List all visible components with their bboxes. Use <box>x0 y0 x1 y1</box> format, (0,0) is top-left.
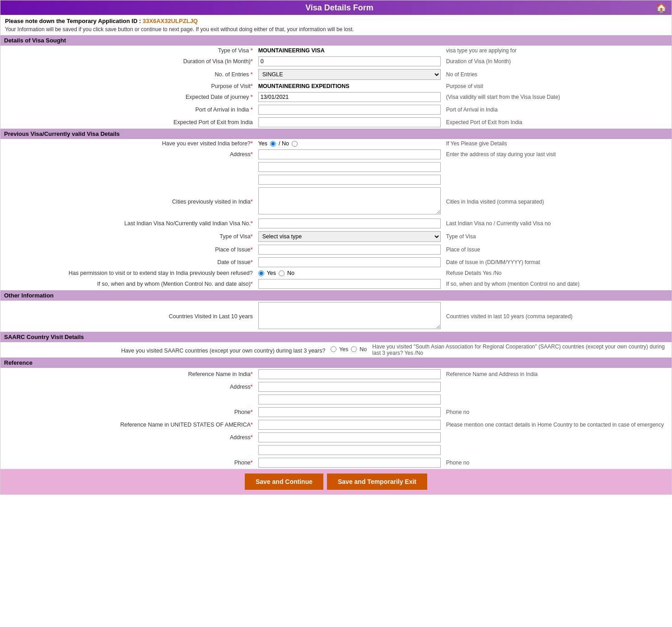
required-star: * <box>251 259 253 265</box>
input-cell-ref-address-india-1 <box>256 381 443 393</box>
input-cell-countries-visited <box>256 301 443 332</box>
prev-visa-table: Have you ever visited India before?* Yes… <box>0 139 672 290</box>
label-refused-details: If so, when and by whom (Mention Control… <box>0 278 256 290</box>
required-star: * <box>251 199 253 205</box>
label-cities: Cities previously visited in India* <box>0 186 256 217</box>
row-duration: Duration of Visa (In Month)* Duration of… <box>0 55 672 68</box>
row-expected-date: Expected Date of journey * (Visa validit… <box>0 91 672 103</box>
label-ref-address-india-2 <box>0 393 256 406</box>
type-of-visa-value: MOUNTAINEERING VISA <box>258 47 325 54</box>
hint-ref-address-india-2 <box>443 393 672 406</box>
date-issue-input[interactable] <box>258 257 441 267</box>
countries-visited-textarea[interactable] <box>258 302 441 329</box>
ref-phone-india-input[interactable] <box>258 407 441 417</box>
port-arrival-input[interactable] <box>258 105 441 115</box>
ref-phone-usa-input[interactable] <box>258 458 441 468</box>
row-countries-visited: Countries Visited in Last 10 years Count… <box>0 301 672 332</box>
label-duration: Duration of Visa (In Month)* <box>0 55 256 68</box>
label-address: Address* <box>0 148 256 161</box>
row-ref-name-india: Reference Name in India* Reference Name … <box>0 368 672 381</box>
hint-refused-details: If so, when and by whom (mention Control… <box>443 278 672 290</box>
value-purpose: MOUNTAINEERING EXPEDITIONS <box>256 81 443 91</box>
hint-purpose: Purpose of visit <box>443 81 672 91</box>
ref-address-usa-line1-input[interactable] <box>258 432 441 442</box>
saarc-yes-radio[interactable] <box>331 346 336 352</box>
save-continue-button[interactable]: Save and Continue <box>245 474 323 490</box>
info-text: Your Information will be saved if you cl… <box>0 25 672 35</box>
input-cell-date-issue <box>256 256 443 269</box>
row-visa-type-prev: Type of Visa* Select visa type Tourist B… <box>0 230 672 243</box>
refused-details-input[interactable] <box>258 279 441 289</box>
row-ref-address-usa-1: Address* <box>0 431 672 444</box>
refused-no-radio[interactable] <box>279 270 285 276</box>
input-cell-visited-before: Yes / No <box>256 139 443 148</box>
refused-yes-radio[interactable] <box>258 270 264 276</box>
ref-name-usa-input[interactable] <box>258 420 441 430</box>
visa-type-prev-select[interactable]: Select visa type Tourist Business Studen… <box>258 231 441 242</box>
input-cell-port-arrival <box>256 103 443 116</box>
input-cell-refused-details <box>256 278 443 290</box>
label-ref-phone-usa: Phone* <box>0 456 256 469</box>
input-cell-address-3 <box>256 173 443 186</box>
saarc-no-label: No <box>359 346 367 353</box>
no-label-refused: No <box>287 270 294 276</box>
cities-textarea[interactable] <box>258 187 441 214</box>
row-type-of-visa: Type of Visa * MOUNTAINEERING VISA visa … <box>0 46 672 55</box>
visa-sought-table: Type of Visa * MOUNTAINEERING VISA visa … <box>0 46 672 129</box>
visited-before-no-radio[interactable] <box>292 141 298 147</box>
last-visa-input[interactable] <box>258 218 441 228</box>
input-cell-ref-name-india <box>256 368 443 381</box>
row-address-3 <box>0 173 672 186</box>
home-icon[interactable]: 🏠 <box>656 2 667 13</box>
address-line2-input[interactable] <box>258 162 441 172</box>
ref-address-usa-line2-input[interactable] <box>258 445 441 455</box>
row-address-2 <box>0 161 672 173</box>
hint-no-entries: No of Entries <box>443 68 672 81</box>
required-star: * <box>251 246 253 253</box>
expected-date-input[interactable] <box>258 92 441 102</box>
hint-date-issue: Date of Issue in (DD/MM/YYYY) format <box>443 256 672 269</box>
label-address-3 <box>0 173 256 186</box>
input-cell-duration <box>256 55 443 68</box>
required-star: * <box>251 460 253 466</box>
address-line1-input[interactable] <box>258 149 441 159</box>
no-entries-select[interactable]: SINGLE DOUBLE MULTIPLE <box>258 69 441 80</box>
input-cell-visa-type-prev: Select visa type Tourist Business Studen… <box>256 230 443 243</box>
input-cell-expected-date <box>256 91 443 103</box>
address-line3-input[interactable] <box>258 175 441 185</box>
saarc-no-radio[interactable] <box>351 346 357 352</box>
hint-ref-name-usa: Please mention one contact details in Ho… <box>443 418 672 431</box>
port-exit-input[interactable] <box>258 117 441 127</box>
input-cell-ref-phone-india <box>256 406 443 418</box>
row-saarc: Have you visited SAARC countries (except… <box>0 342 672 358</box>
purpose-value: MOUNTAINEERING EXPEDITIONS <box>258 83 350 89</box>
label-ref-address-usa-2 <box>0 444 256 456</box>
save-exit-button[interactable]: Save and Temporarily Exit <box>327 474 427 490</box>
label-ref-address-usa: Address* <box>0 431 256 444</box>
temp-app-label: Please note down the Temporary Applicati… <box>5 18 143 24</box>
duration-input[interactable] <box>258 56 441 66</box>
label-purpose: Purpose of Visit* <box>0 81 256 91</box>
ref-name-india-input[interactable] <box>258 369 441 379</box>
input-cell-address-1 <box>256 148 443 161</box>
hint-refused: Refuse Details Yes /No <box>443 269 672 278</box>
required-star: * <box>251 83 253 89</box>
hint-ref-address-usa-2 <box>443 444 672 456</box>
place-issue-input[interactable] <box>258 245 441 255</box>
ref-address-india-line2-input[interactable] <box>258 395 441 404</box>
required-star: * <box>251 58 253 65</box>
input-cell-address-2 <box>256 161 443 173</box>
hint-cities: Cities in India visited (comma separated… <box>443 186 672 217</box>
no-label: / No <box>279 140 289 147</box>
required-star: * <box>251 371 253 377</box>
required-star: * <box>251 422 253 428</box>
required-star: * <box>251 71 253 78</box>
ref-address-india-line1-input[interactable] <box>258 382 441 392</box>
row-refused-details: If so, when and by whom (Mention Control… <box>0 278 672 290</box>
label-ref-address-india: Address* <box>0 381 256 393</box>
row-ref-name-usa: Reference Name in UNITED STATES OF AMERI… <box>0 418 672 431</box>
row-refused: Has permission to visit or to extend sta… <box>0 269 672 278</box>
hint-last-visa: Last Indian Visa no / Currently valid Vi… <box>443 217 672 230</box>
row-ref-address-india-1: Address* <box>0 381 672 393</box>
visited-before-yes-radio[interactable] <box>270 141 276 147</box>
